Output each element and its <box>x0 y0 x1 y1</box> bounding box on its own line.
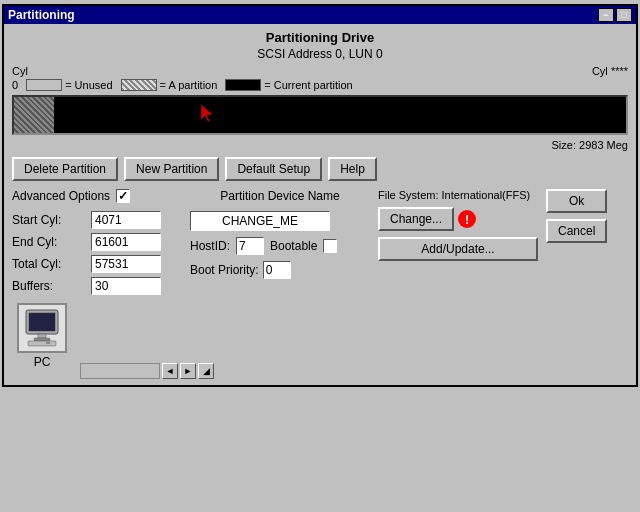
start-cyl-row: Start Cyl: <box>12 211 182 229</box>
advanced-label: Advanced Options <box>12 189 110 203</box>
maximize-button[interactable]: □ <box>616 8 632 22</box>
pc-image <box>17 303 67 353</box>
delete-partition-button[interactable]: Delete Partition <box>12 157 118 181</box>
title-bar: Partitioning − □ <box>4 6 636 24</box>
swatch-current <box>225 79 261 91</box>
error-icon: ! <box>458 210 476 228</box>
boot-priority-row: Boot Priority: <box>190 261 370 279</box>
buffers-input[interactable] <box>91 277 161 295</box>
hostid-input[interactable] <box>236 237 264 255</box>
help-button[interactable]: Help <box>328 157 377 181</box>
cyl-left-label: Cyl <box>12 65 28 77</box>
svg-rect-6 <box>46 342 50 344</box>
cancel-button[interactable]: Cancel <box>546 219 607 243</box>
window-title: Partitioning <box>8 8 75 22</box>
pc-label: PC <box>34 355 51 369</box>
end-cyl-row: End Cyl: <box>12 233 182 251</box>
cyl-right-value: **** <box>611 65 628 77</box>
partition-black <box>54 97 626 133</box>
size-row: Size: 2983 Meg <box>12 139 628 151</box>
default-setup-button[interactable]: Default Setup <box>225 157 322 181</box>
boot-priority-input[interactable] <box>263 261 291 279</box>
main-window: Partitioning − □ Partitioning Drive SCSI… <box>2 4 638 387</box>
device-name-input[interactable] <box>190 211 330 231</box>
bottom-area: PC ◄ ► ◢ <box>12 303 628 379</box>
total-cyl-row: Total Cyl: <box>12 255 182 273</box>
legend-a-label: = A partition <box>160 79 218 91</box>
hostid-label: HostID: <box>190 239 230 253</box>
cyl-row: Cyl Cyl **** <box>12 65 628 77</box>
advanced-checkbox[interactable]: ✓ <box>116 189 130 203</box>
legend-current-label: = Current partition <box>264 79 352 91</box>
end-cyl-input[interactable] <box>91 233 161 251</box>
size-value: 2983 Meg <box>579 139 628 151</box>
device-name-label: Partition Device Name <box>190 189 370 203</box>
scroll-size-button[interactable]: ◢ <box>198 363 214 379</box>
middle-panel: Partition Device Name HostID: Bootable B… <box>190 189 370 295</box>
start-cyl-label: Start Cyl: <box>12 213 87 227</box>
left-panel: Advanced Options ✓ Start Cyl: End Cyl: T… <box>12 189 182 295</box>
total-cyl-label: Total Cyl: <box>12 257 87 271</box>
ok-cancel-panel: Ok Cancel <box>546 189 607 295</box>
partition-hatch <box>14 97 54 133</box>
new-partition-button[interactable]: New Partition <box>124 157 219 181</box>
cyl-right: Cyl **** <box>592 65 628 77</box>
scrollbar-area: ◄ ► ◢ <box>80 363 214 379</box>
form-area: Advanced Options ✓ Start Cyl: End Cyl: T… <box>12 189 628 295</box>
advanced-options-row: Advanced Options ✓ <box>12 189 182 203</box>
total-cyl-input[interactable] <box>91 255 161 273</box>
change-row: Change... ! <box>378 207 538 231</box>
buffers-row: Buffers: <box>12 277 182 295</box>
scroll-left-button[interactable]: ◄ <box>162 363 178 379</box>
size-label: Size: <box>552 139 576 151</box>
cyl-right-label: Cyl <box>592 65 608 77</box>
pc-svg <box>22 308 62 348</box>
minimize-button[interactable]: − <box>598 8 614 22</box>
hostid-row: HostID: Bootable <box>190 237 370 255</box>
ok-button[interactable]: Ok <box>546 189 607 213</box>
bootable-checkbox[interactable] <box>323 239 337 253</box>
svg-rect-2 <box>29 313 55 331</box>
add-update-button[interactable]: Add/Update... <box>378 237 538 261</box>
window-content: Partitioning Drive SCSI Address 0, LUN 0… <box>4 24 636 385</box>
legend-current: = Current partition <box>225 79 352 91</box>
swatch-a-partition <box>121 79 157 91</box>
legend-unused: = Unused <box>26 79 112 91</box>
main-button-row: Delete Partition New Partition Default S… <box>12 157 628 181</box>
cyl-zero: 0 <box>12 79 18 91</box>
swatch-unused <box>26 79 62 91</box>
scroll-right-button[interactable]: ► <box>180 363 196 379</box>
legend-a-partition: = A partition <box>121 79 218 91</box>
right-panel: File System: International(FFS) Change..… <box>378 189 538 295</box>
svg-rect-4 <box>34 338 50 341</box>
svg-rect-3 <box>38 334 46 338</box>
buffers-label: Buffers: <box>12 279 87 293</box>
partition-bar <box>12 95 628 135</box>
legend-unused-label: = Unused <box>65 79 112 91</box>
main-title: Partitioning Drive <box>12 30 628 45</box>
boot-priority-label: Boot Priority: <box>190 263 259 277</box>
change-button[interactable]: Change... <box>378 207 454 231</box>
legend-row: 0 = Unused = A partition = Current parti… <box>12 79 628 91</box>
bootable-label: Bootable <box>270 239 317 253</box>
scroll-track[interactable] <box>80 363 160 379</box>
fs-label: File System: International(FFS) <box>378 189 538 201</box>
svg-rect-5 <box>28 341 56 346</box>
title-bar-buttons: − □ <box>598 8 632 22</box>
sub-title: SCSI Address 0, LUN 0 <box>12 47 628 61</box>
pc-icon: PC <box>12 303 72 369</box>
start-cyl-input[interactable] <box>91 211 161 229</box>
end-cyl-label: End Cyl: <box>12 235 87 249</box>
